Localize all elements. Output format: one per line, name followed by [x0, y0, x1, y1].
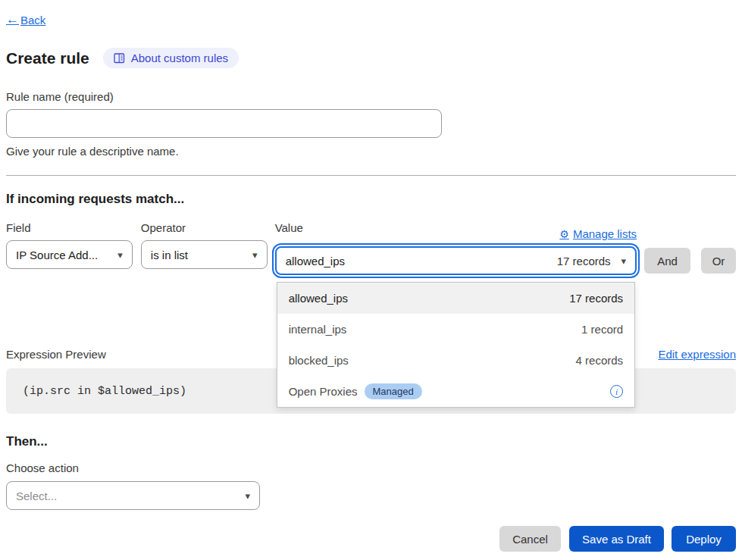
chevron-down-icon: ▾ [245, 491, 250, 501]
rule-name-label: Rule name (required) [6, 90, 736, 103]
save-as-draft-button[interactable]: Save as Draft [569, 526, 664, 552]
match-section-heading: If incoming requests match... [6, 192, 736, 207]
field-select[interactable]: IP Source Add... ▾ [6, 240, 133, 269]
back-link-label: Back [20, 14, 45, 27]
then-section-heading: Then... [6, 434, 736, 449]
manage-lists-link[interactable]: ⚙ Manage lists [559, 227, 637, 240]
cancel-button[interactable]: Cancel [499, 526, 561, 552]
value-label: Value [275, 221, 303, 234]
and-button[interactable]: And [644, 248, 690, 274]
about-custom-rules-label: About custom rules [131, 52, 228, 64]
chevron-down-icon: ▾ [252, 250, 258, 260]
list-item-name: blocked_ips [289, 354, 349, 367]
rule-name-help-text: Give your rule a descriptive name. [6, 145, 736, 158]
list-item-blocked-ips[interactable]: blocked_ips 4 records [277, 345, 634, 376]
title-row: Create rule About custom rules [6, 48, 736, 68]
about-custom-rules-link[interactable]: About custom rules [103, 48, 239, 68]
list-item-name: allowed_ips [289, 292, 348, 305]
operator-label: Operator [141, 221, 268, 234]
section-divider [6, 175, 736, 176]
list-item-open-proxies[interactable]: Open Proxies Managed i [277, 376, 634, 407]
action-select[interactable]: Select... ▾ [6, 481, 260, 510]
edit-expression-link[interactable]: Edit expression [658, 348, 736, 361]
deploy-button[interactable]: Deploy [672, 526, 736, 552]
value-select-wrap: allowed_ips 17 records ▾ allowed_ips 17 … [275, 246, 637, 275]
footer-actions: Cancel Save as Draft Deploy [6, 526, 736, 552]
expression-code: (ip.src in $allowed_ips) [23, 385, 186, 398]
or-button[interactable]: Or [701, 248, 736, 274]
list-item-left: Open Proxies Managed [289, 383, 422, 399]
list-item-records: 17 records [569, 292, 623, 305]
list-item-name: Open Proxies [289, 385, 358, 398]
rule-name-input[interactable] [6, 109, 442, 138]
back-arrow-icon: ← [6, 12, 19, 27]
chevron-down-icon: ▾ [117, 250, 123, 260]
list-dropdown: allowed_ips 17 records internal_ips 1 re… [277, 282, 635, 408]
back-link[interactable]: ←Back [6, 12, 45, 27]
manage-lists-label: Manage lists [573, 227, 637, 240]
create-rule-page: ←Back Create rule About custom rules Rul… [0, 0, 742, 552]
gear-icon: ⚙ [559, 228, 569, 240]
value-select-records: 17 records [557, 255, 611, 267]
expression-preview-label: Expression Preview [6, 348, 106, 361]
page-title: Create rule [6, 49, 89, 67]
chevron-down-icon: ▾ [621, 256, 627, 266]
managed-badge: Managed [365, 383, 422, 399]
list-item-records: 1 record [581, 323, 623, 336]
list-item-records: 4 records [576, 354, 624, 367]
info-icon[interactable]: i [610, 385, 623, 398]
condition-row: Field IP Source Add... ▾ Operator is in … [6, 221, 736, 275]
choose-action-label: Choose action [6, 461, 736, 474]
field-column: Field IP Source Add... ▾ [6, 221, 133, 269]
field-select-value: IP Source Add... [16, 249, 111, 261]
value-select-value: allowed_ips [286, 255, 551, 267]
operator-column: Operator is in list ▾ [141, 221, 268, 269]
action-select-placeholder: Select... [16, 490, 239, 502]
value-column: Value ⚙ Manage lists allowed_ips 17 reco… [275, 221, 637, 275]
field-label: Field [6, 221, 133, 234]
value-header: Value ⚙ Manage lists [275, 221, 637, 240]
book-icon [114, 53, 125, 64]
value-select[interactable]: allowed_ips 17 records ▾ [275, 246, 637, 275]
list-item-allowed-ips[interactable]: allowed_ips 17 records [277, 283, 634, 314]
list-item-internal-ips[interactable]: internal_ips 1 record [277, 314, 634, 345]
operator-select-value: is in list [151, 249, 246, 261]
operator-select[interactable]: is in list ▾ [141, 240, 268, 269]
list-item-name: internal_ips [289, 323, 347, 336]
